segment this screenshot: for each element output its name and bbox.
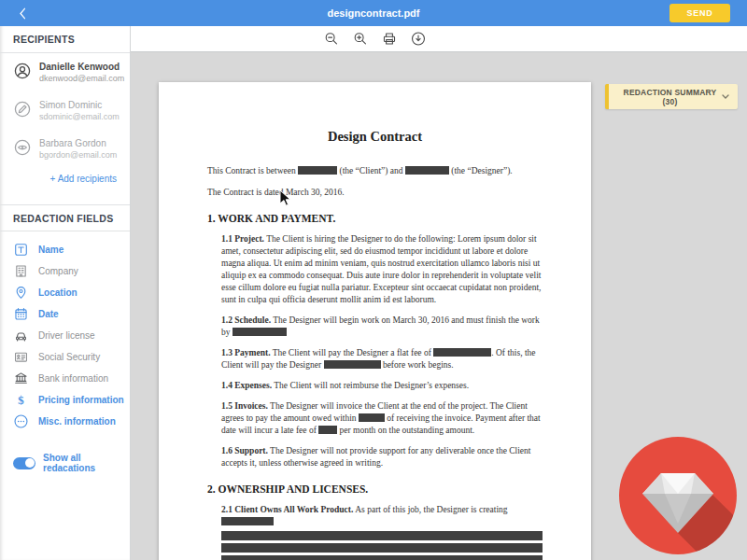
field-item-pricing-information[interactable]: $Pricing information [0, 389, 130, 411]
recipient-name: Simon Dominic [39, 99, 120, 111]
doc-paragraph: 1.5 Invoices. The Designer will invoice … [221, 400, 543, 437]
section-heading: 1. WORK AND PAYMENT. [207, 213, 543, 224]
doc-paragraph: The Contract is dated March 30, 2016. [207, 187, 543, 199]
recipient-text: Danielle Kenwooddkenwood@email.com [39, 61, 124, 84]
document-page[interactable]: Design Contract This Contract is between… [159, 82, 591, 560]
field-label: Pricing information [38, 395, 124, 405]
field-item-date[interactable]: Date [0, 303, 130, 325]
send-button[interactable]: SEND [669, 4, 730, 22]
redaction-line[interactable] [221, 555, 543, 560]
toggle-label: Show all redacations [43, 453, 130, 473]
app-window: designcontract.pdf SEND RECIPIENTS Danie… [0, 0, 747, 560]
section-heading: 2. OWNERSHIP AND LICENSES. [207, 483, 543, 495]
document-toolbar [131, 26, 747, 52]
zoom-out-button[interactable] [320, 28, 343, 50]
recipients-header: RECIPIENTS [0, 26, 130, 53]
pin-icon [13, 285, 29, 301]
field-label: Misc. information [38, 416, 116, 427]
car-icon [13, 328, 29, 343]
doc-paragraph: 1.6 Support. The Designer will not provi… [221, 445, 543, 469]
field-label: Name [38, 245, 63, 255]
recipients-list: Danielle Kenwooddkenwood@email.comSimon … [0, 53, 130, 168]
redaction-box[interactable] [359, 413, 385, 422]
field-item-company[interactable]: Company [0, 260, 130, 282]
redaction-box[interactable] [318, 426, 337, 434]
zoom-in-button[interactable] [349, 28, 372, 50]
clause-label: 1.2 Schedule. [221, 315, 271, 325]
recipient-name: Danielle Kenwood [39, 61, 124, 73]
clause-label: 1.1 Project. [221, 234, 264, 244]
download-button[interactable] [407, 28, 430, 50]
field-label: Date [38, 309, 59, 319]
field-item-driver-license[interactable]: Driver license [0, 325, 130, 346]
main-area: RECIPIENTS Danielle Kenwooddkenwood@emai… [0, 26, 747, 560]
clause-label: 1.6 Support. [221, 446, 268, 455]
clause-label: 1.4 Expenses. [221, 381, 272, 390]
sidebar: RECIPIENTS Danielle Kenwooddkenwood@emai… [0, 26, 131, 560]
field-label: Social Security [38, 352, 100, 362]
clause-label: 1.5 Invoices. [221, 401, 268, 411]
clause-label: 1.3 Payment. [221, 348, 271, 357]
redaction-fields-header: REDACTION FIELDS [0, 204, 130, 231]
print-icon [381, 31, 397, 47]
dollar-icon: $ [13, 392, 29, 408]
redaction-box[interactable] [405, 166, 449, 175]
redaction-box[interactable] [324, 360, 381, 369]
redaction-line[interactable] [221, 531, 543, 540]
doc-paragraph: 1.3 Payment. The Client will pay the Des… [221, 347, 543, 371]
field-item-social-security[interactable]: Social Security [0, 346, 130, 368]
field-label: Company [38, 266, 78, 276]
field-label: Driver license [38, 330, 95, 341]
redaction-box[interactable] [298, 166, 337, 175]
recipient-email: dkenwood@email.com [39, 73, 124, 84]
zoom-in-icon [352, 31, 368, 47]
content-area: Design Contract This Contract is between… [131, 26, 747, 560]
recipient-name: Barbara Gordon [39, 137, 117, 149]
field-label: Bank information [38, 373, 108, 384]
doc-paragraph: 1.2 Schedule. The Designer will begin wo… [221, 315, 543, 339]
clause-label: 2.1 Client Owns All Work Product. [221, 505, 353, 514]
document-body: This Contract is between (the “Client”) … [207, 165, 543, 560]
recipient-item[interactable]: Barbara Gordonbgordon@email.com [0, 130, 130, 168]
recipient-email: sdominic@email.com [39, 111, 120, 122]
pencil-circle-icon [13, 100, 32, 119]
field-item-name[interactable]: Name [0, 239, 130, 260]
doc-paragraph: 2.1 Client Owns All Work Product. As par… [221, 504, 543, 560]
sketch-diamond-icon [618, 436, 738, 555]
redaction-box[interactable] [433, 348, 491, 357]
recipient-text: Barbara Gordonbgordon@email.com [39, 137, 117, 161]
eye-circle-icon [13, 138, 32, 157]
field-item-bank-information[interactable]: Bank information [0, 368, 130, 389]
field-label: Location [38, 287, 78, 298]
add-recipients-link[interactable]: + Add recipients [0, 168, 130, 193]
user-circle-icon [13, 62, 32, 80]
document-title-bar: designcontract.pdf [0, 7, 747, 19]
print-button[interactable] [378, 28, 401, 50]
field-item-misc-information[interactable]: Misc. information [0, 411, 130, 432]
chevron-down-icon [722, 94, 729, 99]
document-canvas: Design Contract This Contract is between… [131, 52, 747, 560]
page-title: Design Contract [207, 129, 543, 145]
text-icon [13, 242, 29, 258]
id-card-icon [13, 349, 29, 365]
doc-paragraph: 1.4 Expenses. The Client will not reimbu… [221, 380, 543, 392]
top-bar: designcontract.pdf SEND [0, 0, 747, 26]
show-all-redactions-toggle[interactable] [13, 457, 35, 469]
recipient-item[interactable]: Danielle Kenwooddkenwood@email.com [0, 53, 130, 91]
recipient-text: Simon Dominicsdominic@email.com [39, 99, 120, 122]
recipient-item[interactable]: Simon Dominicsdominic@email.com [0, 91, 130, 130]
download-icon [410, 31, 426, 47]
calendar-icon [13, 306, 29, 322]
redaction-fields-list: NameCompanyLocationDateDriver licenseSoc… [0, 231, 130, 432]
recipient-email: bgordon@email.com [39, 149, 117, 161]
zoom-out-icon [323, 31, 339, 47]
redaction-box[interactable] [233, 328, 287, 336]
redaction-box[interactable] [221, 517, 274, 525]
field-item-location[interactable]: Location [0, 282, 130, 303]
building-icon [13, 263, 29, 279]
dots-icon [13, 413, 29, 429]
redaction-line[interactable] [221, 543, 543, 553]
sketch-fab-button[interactable] [618, 436, 738, 555]
doc-paragraph: 1.1 Project. The Client is hiring the De… [221, 233, 543, 306]
redaction-summary-button[interactable]: REDACTION SUMMARY (30) [605, 84, 738, 109]
